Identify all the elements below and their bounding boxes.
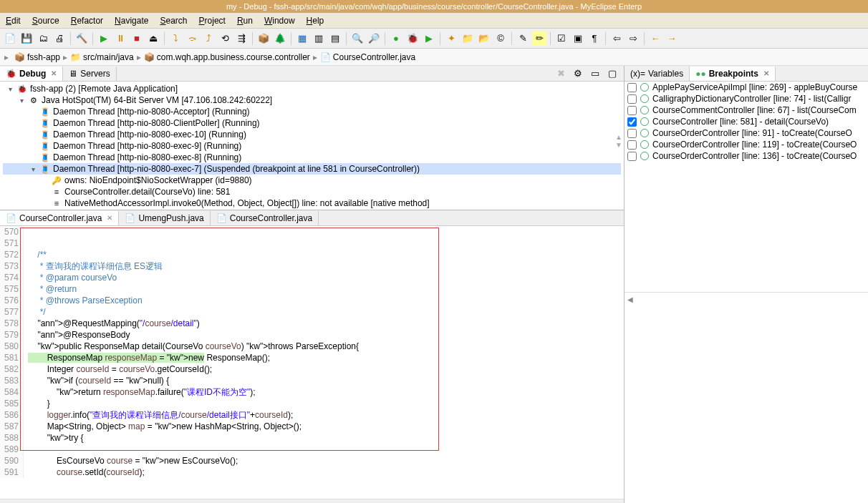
package-explorer-icon[interactable]: 📦 [256, 31, 271, 46]
tab-servers[interactable]: 🖥 Servers [63, 67, 116, 81]
twisty-icon[interactable]: ▾ [6, 85, 14, 93]
menu-window[interactable]: Window [259, 14, 301, 27]
code-editor[interactable]: 5705715725735745755765775785795805815825… [0, 226, 624, 499]
code-line[interactable]: * @param courseVo [28, 272, 359, 283]
tab-breakpoints[interactable]: ●● Breakpoints ✕ [690, 67, 776, 81]
debug-tree-row[interactable]: ▾⚙Java HotSpot(TM) 64-Bit Server VM [47.… [3, 94, 621, 106]
debug-tree-row[interactable]: 🧵Daemon Thread [http-nio-8080-exec-10] (… [3, 129, 621, 140]
code-line[interactable]: logger.info("查询我的课程详细信息/course/detail接口"… [28, 409, 359, 421]
layout-cols-icon[interactable]: ▥ [312, 31, 326, 46]
code-line[interactable]: * @return [28, 283, 359, 295]
debug-icon[interactable]: 🐞 [405, 31, 420, 46]
code-line[interactable]: } [28, 398, 359, 409]
menu-refactor[interactable]: Refactor [65, 14, 109, 27]
debug-tree-row[interactable]: ▾🧵Daemon Thread [http-nio-8080-exec-7] (… [3, 163, 621, 175]
drop-to-frame-icon[interactable]: ⟲ [218, 31, 232, 46]
breakpoint-checkbox[interactable] [627, 106, 637, 115]
remove-terminated-icon[interactable]: ✖ [554, 67, 568, 81]
new-icon[interactable]: 📄 [3, 31, 17, 46]
next-annot-icon[interactable]: ⇨ [626, 31, 640, 46]
breadcrumb-item[interactable]: 📄CourseController.java [320, 52, 415, 62]
close-icon[interactable]: ✕ [763, 69, 769, 77]
debug-tree-row[interactable]: ≡CourseController.detail(CourseVo) line:… [3, 186, 621, 197]
type-hierarchy-icon[interactable]: 🌲 [273, 31, 287, 46]
breakpoint-checkbox[interactable] [627, 117, 637, 127]
debug-tree-row[interactable]: 🔑owns: NioEndpoint$NioSocketWrapper (id=… [3, 175, 621, 186]
print-icon[interactable]: 🖨 [52, 31, 67, 46]
highlighter-icon[interactable]: ✏ [532, 31, 546, 46]
menu-navigate[interactable]: Navigate [109, 14, 154, 27]
tab-variables[interactable]: (x)= Variables [625, 67, 690, 81]
code-line[interactable]: "ann">@ResponseBody [28, 329, 359, 341]
menu-edit[interactable]: Edit [0, 14, 26, 27]
code-line[interactable] [28, 226, 359, 238]
step-over-icon[interactable]: ⤼ [185, 31, 199, 46]
layout-grid-icon[interactable]: ▦ [295, 31, 309, 46]
code-line[interactable]: */ [28, 306, 359, 318]
step-into-icon[interactable]: ⤵ [168, 31, 183, 46]
debug-tree-row[interactable]: 🧵Daemon Thread [http-nio-8080-exec-9] (R… [3, 140, 621, 152]
twisty-icon[interactable]: ▾ [17, 97, 26, 104]
code-line[interactable]: Integer courseId = courseVo.getCourseId(… [28, 363, 359, 375]
twisty-icon[interactable]: ▾ [29, 165, 37, 173]
debug-tree-row[interactable]: 🧵Daemon Thread [http-nio-8080-ClientPoll… [3, 117, 621, 129]
scroll-left-icon[interactable]: ◀ [625, 293, 868, 306]
editor-tab[interactable]: 📄CourseController.java✕ [0, 211, 119, 225]
open-type-icon[interactable]: 🔎 [367, 31, 381, 46]
horizontal-scrollbar[interactable] [0, 499, 624, 503]
breakpoint-row[interactable]: CourseOrderController [line: 119] - toCr… [625, 139, 868, 150]
tab-debug[interactable]: 🐞 Debug ✕ [0, 67, 63, 81]
folder-icon[interactable]: 📁 [460, 31, 475, 46]
breakpoint-row[interactable]: CalligraphyDictionaryController [line: 7… [625, 93, 868, 104]
run-icon[interactable]: ● [389, 31, 403, 46]
breakpoint-row[interactable]: CourseOrderController [line: 136] - toCr… [625, 150, 868, 162]
code-line[interactable]: "kw">try { [28, 432, 359, 444]
search-icon[interactable]: 🔍 [350, 31, 365, 46]
close-icon[interactable]: ✕ [107, 214, 112, 222]
breakpoint-checkbox[interactable] [627, 152, 637, 161]
menu-project[interactable]: Project [193, 14, 231, 27]
debug-tree-row[interactable]: ≡NativeMethodAccessorImpl.invoke0(Method… [3, 197, 621, 209]
breakpoint-row[interactable]: ApplePayServiceApiImpl [line: 269] - app… [625, 82, 868, 93]
breadcrumb-item[interactable]: 📦com.wqh.app.business.course.controller [144, 52, 310, 62]
prev-annot-icon[interactable]: ⇦ [609, 31, 624, 46]
code-line[interactable]: * @throws ParseException [28, 295, 359, 306]
open-folder-icon[interactable]: 📂 [477, 31, 491, 46]
block-select-icon[interactable]: ▣ [571, 31, 585, 46]
code-line[interactable]: "kw">return responseMap.failure("课程ID不能为… [28, 386, 359, 398]
breakpoint-row[interactable]: CourseCommentController [line: 67] - lis… [625, 104, 868, 116]
code-line[interactable]: Map<String, Object> map = "kw">new HashM… [28, 421, 359, 432]
close-icon[interactable]: ✕ [51, 69, 57, 77]
minimize-icon[interactable]: ▭ [588, 67, 602, 81]
editor-tab[interactable]: 📄CourseController.java [211, 211, 319, 225]
code-line[interactable]: course.setId(courseId); [28, 467, 359, 478]
disconnect-icon[interactable]: ⏏ [146, 31, 160, 46]
code-line[interactable]: "ann">@RequestMapping("/course/detail") [28, 318, 359, 329]
layout-rows-icon[interactable]: ▤ [328, 31, 342, 46]
toggle-mark-icon[interactable]: ☑ [554, 31, 569, 46]
code-line[interactable]: ResponseMap responseMap = "kw">new Respo… [28, 352, 359, 363]
terminate-icon[interactable]: ■ [130, 31, 144, 46]
code-area[interactable]: /** * 查询我的课程详细信息 ES逻辑 * @param courseVo … [24, 226, 363, 478]
back-icon[interactable]: ← [648, 31, 662, 46]
breakpoint-row[interactable]: CourseController [line: 581] - detail(Co… [625, 116, 868, 127]
new-class-icon[interactable]: © [493, 31, 508, 46]
resume-icon[interactable]: ▶ [97, 31, 111, 46]
build-icon[interactable]: 🔨 [74, 31, 89, 46]
menu-run[interactable]: Run [231, 14, 259, 27]
code-line[interactable] [28, 238, 359, 249]
show-ws-icon[interactable]: ¶ [587, 31, 602, 46]
code-line[interactable]: "kw">public ResponseMap detail(CourseVo … [28, 341, 359, 352]
code-line[interactable]: EsCourseVo course = "kw">new EsCourseVo(… [28, 455, 359, 467]
code-line[interactable]: * 查询我的课程详细信息 ES逻辑 [28, 260, 359, 272]
coverage-icon[interactable]: ▶ [422, 31, 436, 46]
save-icon[interactable]: 💾 [19, 31, 34, 46]
code-line[interactable] [28, 444, 359, 455]
breadcrumb-item[interactable]: 📁src/main/java [70, 52, 134, 62]
forward-icon[interactable]: → [665, 31, 679, 46]
debug-tree-row[interactable]: 🧵Daemon Thread [http-nio-8080-Acceptor] … [3, 106, 621, 117]
save-all-icon[interactable]: 🗂 [36, 31, 50, 46]
breakpoint-row[interactable]: CourseOrderController [line: 91] - toCre… [625, 127, 868, 139]
wand-icon[interactable]: ✎ [516, 31, 530, 46]
editor-tab[interactable]: 📄UmengPush.java [119, 211, 210, 225]
